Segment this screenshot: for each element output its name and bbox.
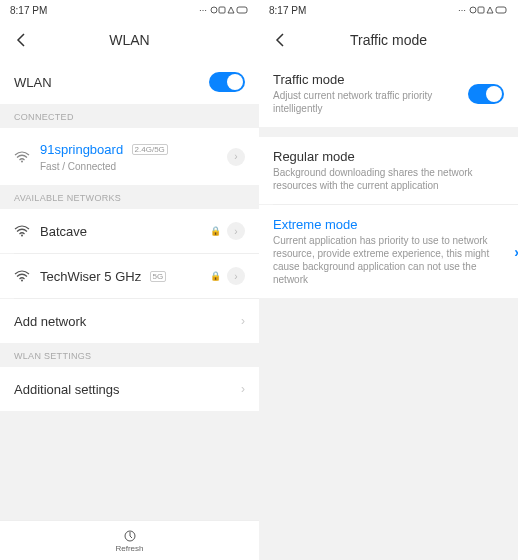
connected-status: Fast / Connected (40, 160, 227, 173)
status-icons: ⋯ (458, 5, 508, 15)
wlan-label: WLAN (14, 75, 52, 90)
connected-network-row[interactable]: 91springboard 2.4G/5G Fast / Connected › (0, 128, 259, 185)
svg-point-6 (21, 280, 23, 282)
network-row[interactable]: TechWiser 5 GHz 5G 🔒 › (0, 254, 259, 298)
network-badge: 5G (150, 271, 167, 282)
chevron-right-icon: › (241, 314, 245, 328)
svg-point-5 (21, 235, 23, 237)
chevron-right-icon[interactable]: › (227, 267, 245, 285)
header: Traffic mode (259, 20, 518, 60)
svg-rect-11 (496, 7, 506, 13)
wlan-toggle[interactable] (209, 72, 245, 92)
svg-point-4 (21, 160, 23, 162)
wlan-toggle-row[interactable]: WLAN (0, 60, 259, 104)
svg-rect-2 (219, 7, 225, 13)
svg-rect-10 (478, 7, 484, 13)
back-icon[interactable] (12, 31, 30, 49)
selected-indicator-icon: › (514, 244, 518, 260)
network-name: Batcave (40, 224, 87, 239)
refresh-label: Refresh (115, 544, 143, 553)
chevron-right-icon: › (241, 382, 245, 396)
wifi-icon (14, 270, 30, 282)
traffic-mode-toggle-row[interactable]: Traffic mode Adjust current network traf… (259, 60, 518, 127)
header: WLAN (0, 20, 259, 60)
connected-header: CONNECTED (0, 104, 259, 128)
available-header: AVAILABLE NETWORKS (0, 185, 259, 209)
extreme-mode-title: Extreme mode (273, 217, 504, 232)
lock-icon: 🔒 (210, 226, 221, 236)
wifi-icon (14, 151, 30, 163)
additional-settings-row[interactable]: Additional settings › (0, 367, 259, 411)
additional-settings-label: Additional settings (14, 382, 120, 397)
regular-mode-sub: Background downloading shares the networ… (273, 166, 504, 192)
network-name: TechWiser 5 GHz (40, 269, 141, 284)
traffic-mode-title: Traffic mode (273, 72, 468, 87)
wlan-settings-header: WLAN SETTINGS (0, 343, 259, 367)
status-icons: ⋯ (199, 5, 249, 15)
page-title: WLAN (109, 32, 149, 48)
network-row[interactable]: Batcave 🔒 › (0, 209, 259, 253)
refresh-icon (123, 529, 137, 543)
add-network-row[interactable]: Add network › (0, 299, 259, 343)
extreme-mode-sub: Current application has priority to use … (273, 234, 504, 286)
lock-icon: 🔒 (210, 271, 221, 281)
status-time: 8:17 PM (10, 5, 47, 16)
refresh-button[interactable]: Refresh (0, 520, 259, 560)
chevron-right-icon[interactable]: › (227, 222, 245, 240)
svg-point-1 (211, 7, 217, 13)
svg-text:⋯: ⋯ (458, 6, 466, 15)
svg-point-9 (470, 7, 476, 13)
back-icon[interactable] (271, 31, 289, 49)
connected-name: 91springboard (40, 142, 123, 157)
add-network-label: Add network (14, 314, 86, 329)
traffic-mode-toggle[interactable] (468, 84, 504, 104)
chevron-right-icon[interactable]: › (227, 148, 245, 166)
page-title: Traffic mode (350, 32, 427, 48)
regular-mode-row[interactable]: Regular mode Background downloading shar… (259, 137, 518, 204)
svg-rect-3 (237, 7, 247, 13)
svg-text:⋯: ⋯ (199, 6, 207, 15)
status-bar: 8:17 PM ⋯ (0, 0, 259, 20)
status-bar: 8:17 PM ⋯ (259, 0, 518, 20)
regular-mode-title: Regular mode (273, 149, 504, 164)
connected-badge: 2.4G/5G (132, 144, 168, 155)
traffic-mode-sub: Adjust current network traffic priority … (273, 89, 468, 115)
extreme-mode-row[interactable]: Extreme mode Current application has pri… (259, 205, 518, 298)
wifi-icon (14, 225, 30, 237)
status-time: 8:17 PM (269, 5, 306, 16)
